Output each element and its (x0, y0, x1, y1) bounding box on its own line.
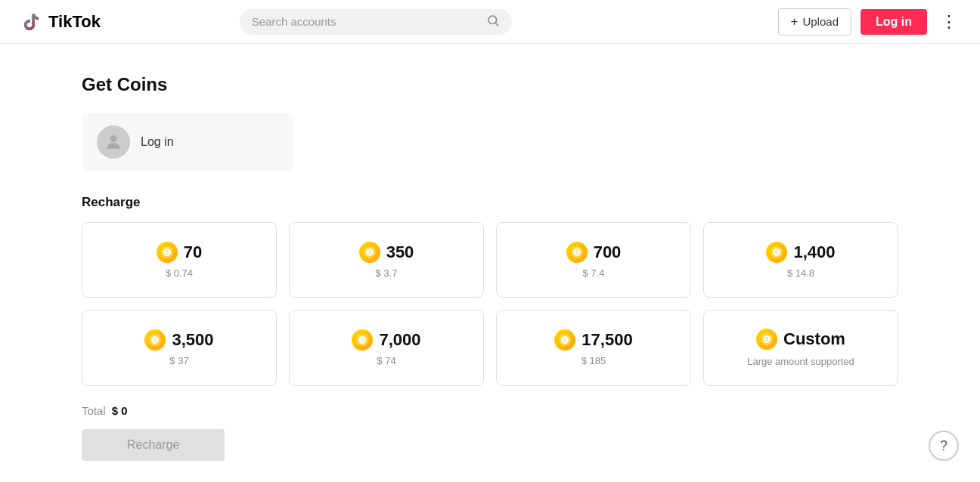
coins-grid: 70 $ 0.74 350 $ 3.7 (82, 222, 898, 386)
coin-price: $ 3.7 (376, 267, 398, 279)
plus-icon: + (791, 14, 799, 29)
coin-icon (359, 242, 380, 263)
avatar (97, 125, 130, 159)
coin-icon (157, 242, 178, 263)
coin-row: Custom (756, 329, 845, 350)
coin-amount: 7,000 (379, 330, 420, 350)
coin-amount: 17,500 (581, 330, 632, 350)
coin-row: 70 (157, 242, 202, 263)
coin-price: $ 7.4 (583, 267, 605, 279)
coin-row: 1,400 (766, 242, 835, 263)
user-card[interactable]: Log in (82, 113, 293, 171)
coin-price: $ 37 (169, 355, 188, 366)
login-button[interactable]: Log in (861, 9, 927, 35)
page-title: Get Coins (82, 74, 898, 95)
logo-text: TikTok (48, 12, 101, 32)
logo[interactable]: TikTok (18, 9, 101, 35)
coin-icon-inner (571, 246, 583, 258)
coin-package-350[interactable]: 350 $ 3.7 (289, 222, 484, 298)
coin-amount: 350 (386, 243, 414, 262)
coin-package-7000[interactable]: 7,000 $ 74 (289, 310, 484, 386)
search-icon (486, 14, 500, 30)
coin-icon-inner (771, 246, 783, 258)
coin-amount: 3,500 (172, 330, 213, 350)
coin-price: $ 14.8 (787, 267, 814, 279)
coin-icon-inner (559, 334, 571, 346)
coin-package-3500[interactable]: 3,500 $ 37 (82, 310, 277, 386)
recharge-button[interactable]: Recharge (82, 429, 225, 461)
svg-point-3 (110, 135, 117, 142)
upload-button[interactable]: + Upload (778, 8, 851, 36)
coin-icon (144, 329, 166, 351)
ellipsis-icon: ⋮ (941, 12, 957, 31)
coin-price: $ 74 (377, 355, 395, 366)
coin-amount: 70 (184, 243, 202, 262)
coin-icon (352, 329, 373, 351)
coin-icon-inner (364, 246, 376, 258)
user-login-label: Log in (141, 135, 174, 149)
header: TikTok + Upload Log in ⋮ (0, 0, 980, 44)
coin-package-17500[interactable]: 17,500 $ 185 (496, 310, 691, 386)
coin-icon-inner (149, 334, 161, 346)
coin-row: 700 (566, 242, 622, 263)
coin-icon-inner (356, 334, 368, 346)
coin-icon (566, 242, 588, 263)
main-content: Get Coins Log in Recharge 70 $ 0.74 (36, 44, 944, 482)
coin-price: $ 0.74 (166, 267, 193, 279)
svg-rect-0 (18, 9, 44, 35)
coin-icon (554, 329, 575, 351)
more-options-button[interactable]: ⋮ (936, 11, 962, 33)
coin-icon (766, 242, 787, 263)
coin-price: $ 185 (581, 355, 606, 366)
question-icon: ? (940, 438, 947, 454)
svg-line-2 (495, 23, 498, 25)
recharge-section-label: Recharge (82, 195, 898, 210)
coin-row: 3,500 (144, 329, 213, 351)
coin-row: 350 (359, 242, 414, 263)
total-label: Total (82, 404, 106, 417)
search-input[interactable] (252, 15, 480, 28)
tiktok-icon (18, 9, 44, 35)
coin-package-1400[interactable]: 1,400 $ 14.8 (703, 222, 898, 298)
custom-label: Custom (783, 329, 845, 349)
help-button[interactable]: ? (929, 431, 959, 461)
total-value: $ 0 (112, 404, 128, 417)
total-row: Total $ 0 (82, 404, 898, 417)
coin-icon (756, 329, 777, 350)
custom-sub: Large amount supported (747, 356, 854, 367)
coin-row: 17,500 (554, 329, 632, 351)
search-bar[interactable] (240, 9, 512, 35)
coin-package-custom[interactable]: Custom Large amount supported (703, 310, 898, 386)
coin-amount: 700 (594, 243, 622, 262)
coin-icon-inner (761, 333, 773, 345)
header-actions: + Upload Log in ⋮ (778, 8, 962, 36)
coin-icon-inner (161, 246, 173, 258)
coin-package-700[interactable]: 700 $ 7.4 (496, 222, 691, 298)
coin-amount: 1,400 (793, 243, 835, 262)
coin-package-70[interactable]: 70 $ 0.74 (82, 222, 277, 298)
coin-row: 7,000 (352, 329, 420, 351)
upload-label: Upload (802, 15, 839, 28)
